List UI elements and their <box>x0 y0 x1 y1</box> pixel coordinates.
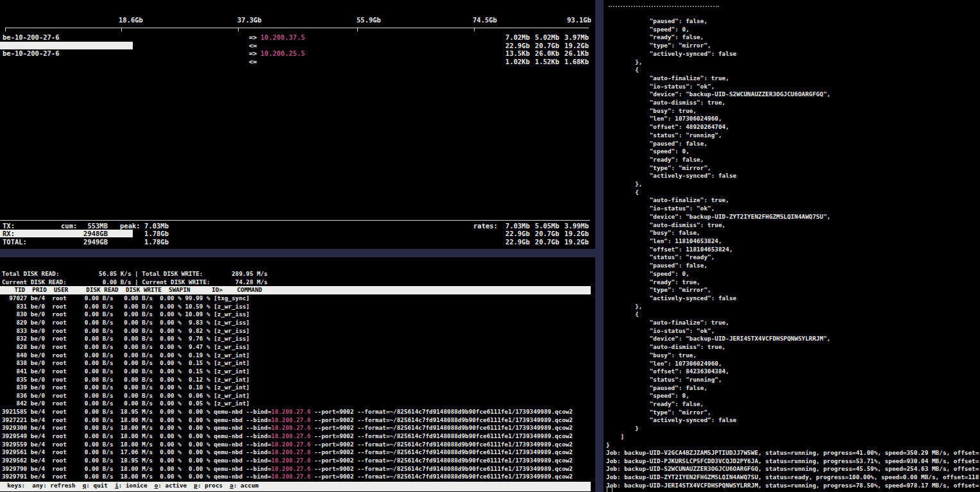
totals-label: RX: <box>3 230 15 238</box>
totals-rate: 22.9Gb <box>502 238 530 246</box>
process-command: 3929549 be/4 root 0.00 B/s 18.00 M/s 0.0… <box>2 432 271 439</box>
iotop-process-row: 3929300 be/4 root 0.00 B/s 18.00 M/s 0.0… <box>2 424 573 432</box>
process-command: 3921585 be/4 root 0.00 B/s 18.95 M/s 0.0… <box>2 408 271 415</box>
totals-rate: 19.2Gb <box>561 230 589 238</box>
flow-rate: 20.7Gb <box>531 42 559 50</box>
process-command: 3929562 be/4 root 0.00 B/s 18.95 M/s 0.0… <box>2 457 271 464</box>
keybar-shortcut: : quit <box>86 482 115 489</box>
pane-divider-vertical[interactable] <box>595 0 604 492</box>
process-command: 839 be/0 root 0.00 B/s 0.00 B/s 0.00 % 0… <box>2 384 249 391</box>
iotop-process-row: 835 be/0 root 0.00 B/s 0.00 B/s 0.00 % 0… <box>2 376 249 384</box>
disk-io-summary: Total DISK READ: 56.85 K/s | Total DISK … <box>2 270 267 286</box>
flow-rate: 1.68Kb <box>561 58 589 66</box>
flow-direction-arrow: <= <box>249 42 257 50</box>
flow-rate: 13.5Kb <box>502 49 530 58</box>
bind-ip: 10.200.27.6 <box>271 473 311 480</box>
totals-rate: 3.99Mb <box>561 222 589 230</box>
iotop-process-row: 842 be/0 root 0.00 B/s 0.00 B/s 0.00 % 0… <box>2 400 249 408</box>
qmp-json-output: "paused": false, "speed": 0, "ready": fa… <box>606 17 831 449</box>
iotop-process-row: 3921585 be/4 root 0.00 B/s 18.95 M/s 0.0… <box>2 408 573 416</box>
bandwidth-bar <box>0 42 133 49</box>
iftop-flow-row: be-10-200-27-6=>10.200.37.57.02Mb5.02Mb3… <box>0 33 595 42</box>
iotop-process-row: 836 be/0 root 0.00 B/s 0.00 B/s 0.00 % 0… <box>2 392 249 400</box>
flow-direction-arrow: => <box>249 49 257 58</box>
keybar-shortcut: : procs <box>198 482 230 489</box>
iotop-column-header: COMMAND <box>223 286 262 293</box>
iotop-process-row: 3929559 be/4 root 0.00 B/s 18.00 M/s 0.0… <box>2 441 573 449</box>
totals-rate: 5.05Mb <box>531 222 559 230</box>
iotop-process-row: 3929549 be/4 root 0.00 B/s 18.00 M/s 0.0… <box>2 432 573 441</box>
iotop-process-row: 3929562 be/4 root 0.00 B/s 18.95 M/s 0.0… <box>2 457 573 465</box>
flow-direction-arrow: => <box>249 33 257 42</box>
scale-tick <box>238 28 239 31</box>
scale-label: 93.1Gb <box>567 16 591 24</box>
iotop-column-header: TID PRIO USER DISK READ DISK WRITE SWAPI… <box>0 286 212 293</box>
totals-separator <box>0 220 590 221</box>
peak-value: 7.03Mb <box>131 222 169 230</box>
flow-rate: 26.1Kb <box>561 49 589 58</box>
iotop-process-row: 830 be/0 root 0.00 B/s 0.00 B/s 0.00 % 1… <box>2 310 249 319</box>
totals-label: TOTAL: <box>3 238 27 246</box>
iotop-process-row: 839 be/0 root 0.00 B/s 0.00 B/s 0.00 % 0… <box>2 384 249 392</box>
scale-tick <box>121 28 122 31</box>
flow-rate: 22.9Gb <box>502 42 530 50</box>
iotop-process-row: 833 be/0 root 0.00 B/s 0.00 B/s 0.00 % 9… <box>2 327 249 335</box>
cum-value: 2949GB <box>67 238 108 246</box>
flow-peer-ip: 10.200.25.5 <box>260 49 305 58</box>
keybar-shortcut: : accum <box>233 482 258 489</box>
terminal-cursor <box>607 487 612 492</box>
process-command: 840 be/0 root 0.00 B/s 0.00 B/s 0.00 % 0… <box>2 352 249 359</box>
peak-value: 1.78Gb <box>131 238 169 246</box>
iotop-header-bar: TID PRIO USER DISK READ DISK WRITE SWAPI… <box>0 286 591 294</box>
totals-rate: 19.2Gb <box>561 238 589 246</box>
clipped-scrollback-line <box>609 6 719 7</box>
process-command-tail: --port=9002 --format=~/825614c7fd9148088… <box>310 465 573 472</box>
process-command-tail: --port=9002 --format=~/825614c7fd9148088… <box>310 432 573 439</box>
process-command: 835 be/0 root 0.00 B/s 0.00 B/s 0.00 % 0… <box>2 376 249 383</box>
process-command: 828 be/0 root 0.00 B/s 0.00 B/s 0.00 % 9… <box>2 343 249 350</box>
process-command-tail: --port=9002 --format=~/825614c7fd9148088… <box>310 441 573 448</box>
rx-highlight-bar <box>0 230 133 237</box>
process-command-tail: --port=9002 --format=~/825614c7fd9148088… <box>310 424 573 431</box>
bind-ip: 10.200.27.6 <box>271 416 311 423</box>
totals-rate: 22.9Gb <box>502 230 530 238</box>
scale-label: 18.6Gb <box>119 16 143 24</box>
scale-tick <box>474 28 475 31</box>
iotop-process-row: 3929561 be/4 root 0.00 B/s 17.06 M/s 0.0… <box>2 448 573 457</box>
flow-host: be-10-200-27-6 <box>3 33 60 42</box>
scale-tick <box>5 28 6 31</box>
process-command: 842 be/0 root 0.00 B/s 0.00 B/s 0.00 % 0… <box>2 400 249 407</box>
backup-job-status-lines: Job: backup-UID-V2GCA4BZJZAM5JPTIUDJJ7W5… <box>606 449 979 490</box>
iotop-pane[interactable]: Total DISK READ: 56.85 K/s | Total DISK … <box>0 257 595 492</box>
iotop-process-row: 841 be/0 root 0.00 B/s 0.00 B/s 0.00 % 0… <box>2 368 249 376</box>
iftop-flow-row: <=22.9Gb20.7Gb19.2Gb <box>0 42 595 50</box>
flow-rate: 3.97Mb <box>561 33 589 42</box>
keybar-shortcut: keys: any: refresh <box>0 482 83 489</box>
scale-label: 37.3Gb <box>237 16 262 24</box>
iotop-process-row: 829 be/0 root 0.00 B/s 0.00 B/s 0.00 % 9… <box>2 319 249 327</box>
iotop-process-row: 3929791 be/4 root 0.00 B/s 18.00 M/s 0.0… <box>2 473 573 481</box>
qmp-output-pane[interactable]: "paused": false, "speed": 0, "ready": fa… <box>604 0 980 492</box>
iotop-process-row: 97027 be/4 root 0.00 B/s 0.00 B/s 0.00 %… <box>2 294 249 303</box>
iftop-totals-row: TX:cum:553MBpeak:7.03Mbrates:7.03Mb5.05M… <box>0 222 595 230</box>
cum-value: 2948GB <box>67 230 108 238</box>
iftop-pane[interactable]: 18.6Gb37.3Gb55.9Gb74.5Gb93.1Gbbe-10-200-… <box>0 0 595 249</box>
iotop-process-row: 3927221 be/4 root 0.00 B/s 18.00 M/s 0.0… <box>2 416 573 425</box>
flow-host: be-10-200-27-6 <box>3 49 60 58</box>
bind-ip: 10.200.27.6 <box>271 424 311 431</box>
scale-tick <box>357 28 358 31</box>
pane-divider-horizontal[interactable] <box>0 249 604 257</box>
flow-rate: 26.0Kb <box>531 49 559 58</box>
process-command: 3929791 be/4 root 0.00 B/s 18.00 M/s 0.0… <box>2 473 271 480</box>
iotop-keybar: keys: any: refresh q: quit i: ionice o: … <box>0 482 591 491</box>
process-command: 833 be/0 root 0.00 B/s 0.00 B/s 0.00 % 9… <box>2 327 249 334</box>
bind-ip: 10.200.27.6 <box>271 448 311 455</box>
totals-rate: 7.03Mb <box>502 222 530 230</box>
process-command-tail: --port=9002 --format=~/825614c7fd9148088… <box>310 416 573 423</box>
bandwidth-scale-axis <box>5 28 589 28</box>
flow-direction-arrow: <= <box>249 58 257 66</box>
process-command: 3929790 be/4 root 0.00 B/s 18.00 M/s 0.0… <box>2 465 271 472</box>
flow-rate: 7.02Mb <box>502 33 530 42</box>
keybar-shortcut: : active <box>158 482 194 489</box>
process-command-tail: --port=9002 --format=~/825614c7fd9148088… <box>310 473 573 480</box>
